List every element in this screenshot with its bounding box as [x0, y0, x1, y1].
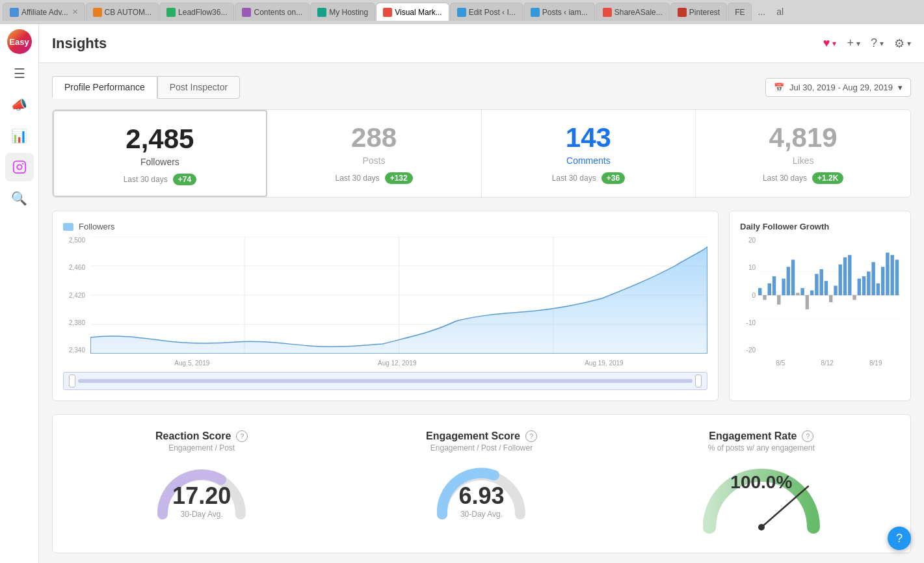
- tab-contents[interactable]: Contents on...: [235, 3, 310, 21]
- sidebar: Easy ☰ 📣 📊 🔍: [0, 24, 39, 563]
- engagement-score-avg: 30-Day Avg.: [458, 510, 504, 519]
- stat-card-posts: 288 Posts Last 30 days +132: [267, 110, 482, 197]
- bar-x-label-2: 8/12: [821, 360, 833, 367]
- app-container: Easy ☰ 📣 📊 🔍 Insights ♥ ▾ +: [0, 24, 924, 563]
- tab-hosting[interactable]: My Hosting: [310, 3, 375, 21]
- bar-chart-card: Daily Follower Growth 20 10 0 -10 -20: [729, 211, 911, 401]
- reaction-score-item: Reaction Score ? Engagement / Post: [68, 430, 335, 537]
- chart-slider[interactable]: [63, 372, 707, 390]
- svg-rect-24: [806, 295, 809, 309]
- engagement-score-item: Engagement Score ? Engagement / Post / F…: [348, 430, 614, 537]
- tab-bar: Affiliate Adv... ✕ CB AUTOM... LeadFlow3…: [0, 0, 924, 23]
- posts-badge: +132: [385, 172, 413, 184]
- tab-fe[interactable]: FE: [728, 3, 752, 21]
- stat-card-followers: 2,485 Followers Last 30 days +74: [53, 110, 267, 197]
- svg-rect-0: [13, 161, 25, 173]
- plus-button[interactable]: + ▾: [847, 36, 860, 50]
- tab-posts[interactable]: Posts ‹ iam...: [523, 3, 595, 21]
- tab-editpost[interactable]: Edit Post ‹ I...: [450, 3, 523, 21]
- sidebar-icon-instagram[interactable]: [5, 153, 34, 181]
- comments-label: Comments: [497, 155, 680, 166]
- svg-rect-30: [834, 286, 837, 296]
- svg-rect-29: [829, 295, 832, 302]
- tab-profile-performance[interactable]: Profile Performance: [52, 76, 157, 99]
- likes-footer: Last 30 days +1.2K: [711, 172, 895, 184]
- likes-badge: +1.2K: [812, 172, 843, 184]
- main-tabs: Profile Performance Post Inspector: [52, 76, 240, 99]
- svg-point-2: [21, 163, 23, 164]
- tab-shareasale[interactable]: ShareASale...: [596, 3, 670, 21]
- tab-more[interactable]: ...: [752, 7, 771, 17]
- svg-rect-18: [777, 295, 780, 305]
- tab-visual[interactable]: Visual Mark...: [376, 3, 449, 21]
- app-header: Insights ♥ ▾ + ▾ ? ▾ ⚙ ▾: [39, 24, 924, 63]
- tab-pinterest[interactable]: Pinterest: [670, 3, 727, 21]
- help-fab-icon: ?: [896, 532, 903, 545]
- engagement-score-help[interactable]: ?: [525, 430, 537, 442]
- legend-box: [63, 223, 73, 231]
- bar-chart-svg: [758, 237, 900, 354]
- reaction-score-help[interactable]: ?: [236, 430, 248, 442]
- plus-icon: +: [847, 36, 854, 50]
- heart-button[interactable]: ♥ ▾: [823, 36, 837, 50]
- likes-period: Last 30 days: [763, 174, 807, 183]
- date-range-picker[interactable]: 📅 Jul 30, 2019 - Aug 29, 2019 ▾: [765, 78, 911, 97]
- posts-label: Posts: [283, 155, 466, 166]
- tab-affiliate[interactable]: Affiliate Adv... ✕: [3, 3, 85, 21]
- avatar[interactable]: Easy: [7, 29, 32, 54]
- rate-value: 100.0%: [730, 472, 792, 493]
- svg-rect-17: [772, 276, 776, 295]
- followers-badge: +74: [173, 174, 196, 185]
- slider-handle-left[interactable]: [69, 374, 75, 387]
- header-actions: ♥ ▾ + ▾ ? ▾ ⚙ ▾: [823, 36, 911, 51]
- svg-point-1: [17, 164, 21, 169]
- followers-value: 2,485: [70, 124, 250, 154]
- engagement-rate-title: Engagement Rate: [709, 430, 797, 442]
- posts-value: 288: [283, 123, 466, 153]
- svg-rect-22: [796, 293, 799, 296]
- chart-legend: Followers: [63, 222, 707, 231]
- comments-footer: Last 30 days +36: [497, 172, 680, 184]
- comments-period: Last 30 days: [552, 174, 596, 183]
- legend-label: Followers: [79, 222, 115, 231]
- svg-rect-41: [886, 253, 889, 295]
- tab-leadflow[interactable]: LeadFlow36...: [159, 3, 234, 21]
- help-fab[interactable]: ?: [888, 527, 911, 550]
- svg-rect-27: [819, 269, 823, 295]
- charts-section: Followers 2,500 2,460 2,420 2,380 2,340: [52, 211, 911, 401]
- engagement-gauge: 6.93 30-Day Avg.: [429, 459, 533, 524]
- date-range-label: Jul 30, 2019 - Aug 29, 2019: [789, 83, 893, 92]
- svg-rect-26: [815, 274, 818, 295]
- followers-chart: 2,500 2,460 2,420 2,380 2,340: [63, 237, 707, 354]
- sidebar-icon-menu[interactable]: ☰: [5, 59, 34, 88]
- scores-section: Reaction Score ? Engagement / Post: [52, 414, 911, 553]
- svg-rect-42: [890, 255, 893, 295]
- engagement-rate-item: Engagement Rate ? % of posts w/ any enga…: [628, 430, 895, 537]
- stat-card-comments: 143 Comments Last 30 days +36: [482, 110, 696, 197]
- tab-cb[interactable]: CB AUTOM...: [86, 3, 159, 21]
- help-button[interactable]: ? ▾: [871, 36, 884, 50]
- sidebar-icon-search[interactable]: 🔍: [5, 184, 34, 213]
- svg-rect-20: [787, 267, 790, 296]
- close-icon[interactable]: ✕: [72, 8, 78, 16]
- svg-rect-38: [871, 262, 875, 295]
- tab-post-inspector[interactable]: Post Inspector: [157, 76, 241, 99]
- calendar-icon: 📅: [774, 83, 784, 92]
- x-label-2: Aug 12, 2019: [378, 360, 417, 367]
- page-title: Insights: [52, 35, 107, 52]
- engagement-rate-help[interactable]: ?: [802, 430, 813, 442]
- svg-rect-32: [843, 257, 847, 295]
- svg-rect-16: [768, 283, 771, 295]
- engagement-score-subtitle: Engagement / Post / Follower: [348, 443, 614, 452]
- reaction-score-avg: 30-Day Avg.: [172, 510, 231, 519]
- sidebar-icon-chart[interactable]: 📊: [5, 122, 34, 150]
- comments-badge: +36: [601, 172, 625, 184]
- sidebar-icon-megaphone[interactable]: 📣: [5, 90, 34, 119]
- tab-al[interactable]: al: [771, 7, 789, 17]
- settings-button[interactable]: ⚙ ▾: [894, 36, 911, 51]
- content-area: Profile Performance Post Inspector 📅 Jul…: [39, 63, 924, 563]
- tooltip-arrow: [155, 196, 165, 198]
- x-label-3: Aug 19, 2019: [585, 360, 624, 367]
- slider-handle-right[interactable]: [695, 374, 702, 387]
- svg-rect-43: [895, 260, 899, 296]
